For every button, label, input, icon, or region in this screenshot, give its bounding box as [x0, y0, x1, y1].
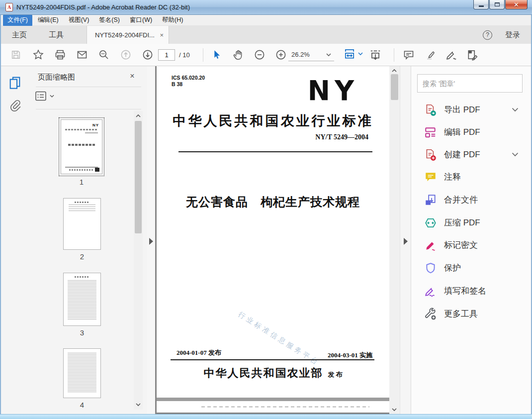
- menu-view[interactable]: 视图(V): [64, 15, 94, 26]
- mini-square: [95, 168, 99, 172]
- select-arrow-icon: [211, 49, 222, 60]
- page-scrolling-icon: [369, 48, 382, 61]
- scroll-down-icon: [135, 402, 141, 408]
- tool-label: 填写和签名: [444, 285, 486, 297]
- thumbnail-page-2[interactable]: [63, 198, 101, 250]
- page-fit-dropdown[interactable]: [343, 47, 363, 60]
- scrollbar-thumb[interactable]: [135, 121, 142, 233]
- menu-sign[interactable]: 签名(S): [94, 15, 124, 26]
- thumbnail-label: 2: [59, 252, 105, 261]
- page-separator: [157, 398, 389, 401]
- tool-label: 更多工具: [444, 308, 478, 319]
- zoom-level-value: 26.2%: [291, 51, 310, 58]
- hand-tool-button[interactable]: [230, 47, 246, 63]
- menu-edit[interactable]: 编辑(E): [33, 15, 63, 26]
- redact-icon: [424, 239, 437, 252]
- document-scrollbar[interactable]: [389, 66, 400, 414]
- tool-export-pdf[interactable]: 导出 PDF: [411, 99, 532, 121]
- export-pdf-icon: [424, 104, 437, 116]
- collapse-right-arrow-icon[interactable]: [149, 238, 153, 245]
- scrollbar-thumb[interactable]: [391, 74, 398, 100]
- mini-line: [75, 276, 89, 278]
- tool-create-pdf[interactable]: 创建 PDF: [411, 143, 532, 166]
- thumbnail-page-3[interactable]: [63, 273, 101, 326]
- previous-page-button[interactable]: [118, 47, 134, 63]
- page-number-input[interactable]: [158, 49, 175, 61]
- hand-icon: [232, 49, 244, 61]
- left-panel-collapse-strip[interactable]: [147, 66, 155, 414]
- minimize-button[interactable]: [473, 0, 489, 9]
- sign-in-button[interactable]: 登录: [505, 30, 520, 40]
- attachments-panel-button[interactable]: [7, 98, 22, 112]
- panel-close-icon[interactable]: ×: [127, 71, 137, 81]
- save-button[interactable]: [8, 47, 24, 63]
- tool-redact[interactable]: 标记密文: [411, 234, 532, 256]
- select-tool-button[interactable]: [208, 47, 224, 63]
- tab-close-icon[interactable]: ×: [160, 31, 164, 39]
- help-icon[interactable]: ?: [483, 30, 492, 40]
- tab-document[interactable]: NYT5249-2004FDI... ×: [87, 26, 169, 44]
- document-view[interactable]: ICS 65.020.20 B 38 NY 中华人民共和国农业行业标准 NY/T…: [155, 66, 389, 414]
- sign-tool-button[interactable]: [443, 47, 459, 63]
- print-icon: [54, 49, 66, 61]
- tab-home[interactable]: 主页: [1, 26, 38, 44]
- tool-protect[interactable]: 保护: [411, 257, 532, 279]
- tool-compress-pdf[interactable]: 压缩 PDF: [411, 211, 532, 234]
- highlighter-icon: [425, 49, 437, 61]
- chevron-down-icon: [326, 53, 331, 56]
- tool-comment[interactable]: 注释: [411, 166, 532, 188]
- zoom-level-dropdown[interactable]: 26.2%: [288, 48, 334, 61]
- mini-line: [68, 353, 96, 393]
- tool-label: 创建 PDF: [444, 149, 480, 160]
- chevron-down-icon: [50, 95, 54, 98]
- collapse-right-arrow-icon[interactable]: [404, 238, 408, 245]
- tool-more-tools[interactable]: 更多工具: [411, 303, 532, 325]
- tool-fill-sign[interactable]: 填写和签名: [411, 280, 532, 302]
- thumbnail-page-4[interactable]: [63, 348, 101, 398]
- publisher-line: 中华人民共和国农业部发 布: [157, 366, 389, 381]
- zoom-out-button[interactable]: [252, 47, 267, 63]
- comment-tool-button[interactable]: [401, 47, 417, 63]
- maximize-button[interactable]: [489, 0, 505, 9]
- menu-window[interactable]: 窗口(W): [125, 15, 157, 26]
- implement-date: 2004-03-01 实施: [328, 351, 372, 360]
- menu-help[interactable]: 帮助(H): [158, 15, 187, 26]
- mini-line: [65, 167, 98, 168]
- email-button[interactable]: [74, 47, 90, 63]
- ny-logo: NY: [308, 75, 358, 106]
- close-button[interactable]: ✕: [505, 0, 528, 9]
- mini-line: [68, 144, 95, 146]
- pages-icon: [8, 75, 22, 90]
- scroll-down-icon: [391, 407, 397, 413]
- menu-file[interactable]: 文件(F): [3, 15, 32, 26]
- thumbnail-options-button[interactable]: [35, 91, 54, 101]
- star-button[interactable]: [30, 47, 46, 63]
- standard-heading: 中华人民共和国农业行业标准: [157, 112, 389, 130]
- tool-combine-files[interactable]: 合并文件: [411, 189, 532, 211]
- next-page-button[interactable]: [140, 47, 156, 63]
- tools-search-input[interactable]: [417, 74, 523, 93]
- right-panel-collapse-strip[interactable]: [400, 66, 411, 414]
- thumbnails-scrollbar[interactable]: [134, 111, 143, 410]
- maximize-icon: [495, 2, 500, 6]
- thumbnail-page-4-preview: [63, 348, 101, 398]
- print-button[interactable]: [52, 47, 68, 63]
- more-tools-wrench-icon: [424, 308, 437, 320]
- highlight-tool-button[interactable]: [423, 47, 439, 63]
- thumbnail-page-1[interactable]: NY: [59, 117, 104, 176]
- chevron-down-icon: [358, 52, 363, 55]
- search-button[interactable]: [96, 47, 112, 63]
- left-navigation-rail: [1, 66, 29, 414]
- window-bottom-border: [0, 414, 532, 419]
- thumbnail-page-2-preview: [63, 198, 101, 250]
- mini-line: [69, 205, 95, 211]
- tab-tools[interactable]: 工具: [38, 26, 75, 44]
- document-title: 无公害食品 枸杞生产技术规程: [157, 194, 389, 210]
- tool-edit-pdf[interactable]: 编辑 PDF: [411, 121, 532, 143]
- mini-line: [68, 280, 96, 320]
- scroll-mode-button[interactable]: [367, 47, 383, 63]
- mini-line: [69, 169, 94, 171]
- page-thumbnails-panel-button[interactable]: [7, 75, 22, 90]
- stamp-edit-button[interactable]: [465, 47, 481, 63]
- zoom-in-button[interactable]: [273, 47, 289, 63]
